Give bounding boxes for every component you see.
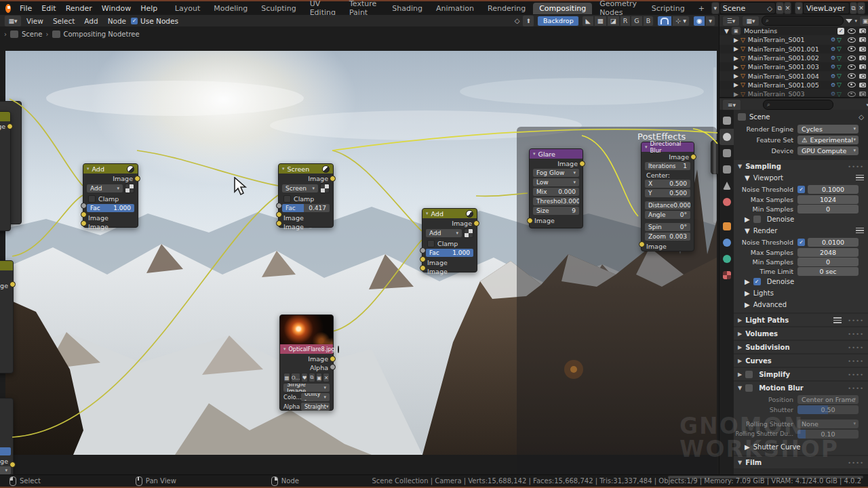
channel-b-button[interactable]: B [643, 16, 654, 26]
tab-shading[interactable]: Shading [386, 3, 429, 14]
render-camera-icon[interactable] [859, 83, 866, 87]
fac-slider[interactable]: Fac0.417 [282, 204, 330, 212]
clipping-icon[interactable] [320, 184, 330, 193]
object-name[interactable]: MainTerrain_S001.002 [748, 54, 819, 62]
socket-image-out[interactable] [134, 176, 140, 182]
zoom-field[interactable]: Zoom0.003 [645, 232, 690, 241]
viewlayer-selector[interactable]: ViewLayer [803, 2, 850, 14]
node-directional-blur[interactable]: ▾ Directional Blur Image Iterations1 Cen… [641, 142, 694, 251]
film-panel[interactable]: ▼Film∙∙∙∙ [734, 456, 868, 468]
outliner-row-object[interactable]: ▶▽ MainTerrain_S001.003 ⚙▽ [719, 62, 868, 71]
socket-fac[interactable] [81, 203, 87, 209]
viewport-subpanel-header[interactable]: ▼Viewport [734, 172, 868, 184]
noise-threshold-checkbox[interactable]: ✓ [797, 186, 805, 193]
menu-window[interactable]: Window [97, 4, 136, 13]
tab-scene[interactable] [719, 178, 734, 194]
tab-particles[interactable] [719, 251, 734, 267]
socket-image-out[interactable] [330, 356, 336, 362]
tab-output[interactable] [719, 145, 734, 161]
outliner-row-object[interactable]: ▶▽ MainTerrain_S001.001 ⚙▽ [719, 45, 868, 54]
scene-copy-icon[interactable]: ⧉ [776, 2, 784, 14]
spin-field[interactable]: Spin0° [645, 223, 690, 231]
render-camera-icon[interactable] [859, 92, 866, 96]
render-camera-icon[interactable] [859, 74, 866, 79]
outliner-row-collection[interactable]: ▼ ▣ Mountains ✓ [719, 26, 868, 35]
tab-view-layer[interactable] [719, 161, 734, 178]
tab-compositing[interactable]: Compositing [533, 3, 592, 14]
fac-slider[interactable]: Fac1.000 [87, 204, 134, 212]
socket-fac[interactable] [276, 203, 282, 209]
render-camera-icon[interactable] [859, 64, 866, 69]
viewlayer-copy-icon[interactable]: ⧉ [850, 2, 858, 14]
render-engine-dropdown[interactable]: Cycles▾ [797, 125, 859, 134]
preset-list-icon[interactable] [856, 175, 864, 181]
editor-menu-view[interactable]: View [22, 17, 48, 25]
collapse-icon[interactable]: ▾ [282, 166, 285, 171]
node-image-opticalflare[interactable]: ▾ OpticalFlare8.jpg Image Alpha ▦ O... ♥… [279, 314, 334, 411]
fac-slider[interactable]: Fac1.000 [426, 249, 473, 257]
outliner-row-object[interactable]: ▶▽ MainTerrain_S001 ⚙▽ [719, 35, 868, 44]
tab-world[interactable] [719, 194, 734, 210]
tab-layout[interactable]: Layout [169, 3, 206, 14]
simplify-panel[interactable]: ▶Simplify∙∙∙∙ [734, 368, 868, 380]
editor-menu-add[interactable]: Add [79, 17, 102, 25]
outliner-row-object[interactable]: ▶▽ MainTerrain_S001.005 ⚙▽ [719, 81, 868, 89]
size-slider[interactable]: Size9 [533, 207, 579, 215]
viewlayer-datablock-icon[interactable]: ▾ [795, 2, 803, 14]
menu-render[interactable]: Render [61, 4, 97, 13]
tab-texture[interactable] [719, 267, 734, 283]
outliner-display-mode-icon[interactable]: ▦▾ [742, 16, 760, 26]
tab-physics[interactable] [719, 235, 734, 251]
light-paths-panel[interactable]: ▶Light Paths∙∙∙∙ [734, 314, 868, 326]
render-camera-icon[interactable] [859, 37, 866, 42]
image-name-button[interactable]: O... [291, 373, 301, 382]
motion-blur-checkbox[interactable] [745, 384, 753, 392]
overlay-dropdown[interactable]: ▾ [705, 16, 715, 26]
advanced-header[interactable]: ▶Advanced [734, 299, 868, 310]
clipping-icon[interactable] [125, 184, 134, 193]
disclosure-icon[interactable]: ▶ [734, 73, 738, 79]
image-datablock-icon[interactable]: ▦ [283, 373, 290, 382]
motion-blur-header[interactable]: ▼Motion Blur∙∙∙∙ [734, 382, 868, 394]
unlink-icon[interactable]: ✕ [323, 373, 330, 382]
channel-r-button[interactable]: R [620, 16, 631, 26]
outliner-row-object[interactable]: ▶▽ MainTerrain_S003 ⚙▽ [719, 89, 868, 97]
object-name[interactable]: MainTerrain_S001.005 [748, 81, 819, 89]
blend-mode-dropdown[interactable]: Add▾ [87, 184, 123, 192]
node-screen[interactable]: ▾ Screen Image Screen▾ Clamp Fac0.417 Im… [278, 163, 334, 228]
r-denoise-checkbox[interactable]: ✓ [753, 278, 761, 285]
properties-editor-type-icon[interactable]: ≡▾ [722, 99, 741, 111]
collapse-icon[interactable]: ▾ [87, 166, 90, 171]
blend-mode-dropdown[interactable]: Add▾ [426, 229, 462, 237]
outliner-row-object[interactable]: ▶▽ MainTerrain_S001.004 ⚙▽ [719, 71, 868, 80]
outliner-row-object[interactable]: ▶▽ MainTerrain_S001.002 ⚙▽ [719, 54, 868, 62]
vp-noise-threshold-field[interactable]: 0.1000 [808, 185, 859, 194]
scene-datablock-icon[interactable]: ▾ [711, 2, 719, 14]
properties-search-input[interactable]: ⌕ [763, 100, 833, 110]
device-dropdown[interactable]: GPU Compute▾ [797, 146, 859, 155]
time-limit-field[interactable]: 0 sec [797, 267, 859, 276]
backdrop-alpha-button[interactable]: ◪ [607, 16, 620, 26]
hide-eye-icon[interactable] [848, 28, 856, 34]
properties-scene-label[interactable]: Scene [749, 113, 770, 121]
collection-name[interactable]: Mountains [744, 27, 777, 35]
socket-image-in1[interactable] [81, 211, 87, 218]
properties-pin-icon[interactable]: ◇ [859, 113, 864, 121]
center-x-field[interactable]: X0.500 [645, 180, 690, 188]
shutter-curve-header[interactable]: ▶Shutter Curve [734, 441, 868, 453]
hide-eye-icon[interactable] [848, 46, 856, 52]
color-space-dropdown[interactable]: Utility - ...▾ [301, 393, 330, 401]
disclosure-icon[interactable]: ▶ [734, 55, 738, 62]
snap-options-dropdown[interactable]: ⊹ ▾ [672, 16, 690, 26]
socket-image[interactable] [7, 123, 13, 129]
hide-eye-icon[interactable] [848, 92, 856, 97]
node-glare[interactable]: ▾ Glare Image Fog Glow▾ Low▾ Mix0.000 Th… [529, 148, 583, 228]
subdivision-panel[interactable]: ▶Subdivision∙∙∙∙ [734, 341, 868, 353]
socket-image-out[interactable] [330, 176, 336, 182]
object-name[interactable]: MainTerrain_S001.001 [748, 45, 819, 53]
object-name[interactable]: MainTerrain_S001 [748, 36, 805, 43]
filter-dropdown-icon[interactable]: ▾ [854, 18, 857, 24]
overlay-toggle-icon[interactable]: ◉ [693, 16, 705, 26]
hide-eye-icon[interactable] [848, 64, 856, 70]
tab-scripting[interactable]: Scripting [646, 3, 691, 14]
